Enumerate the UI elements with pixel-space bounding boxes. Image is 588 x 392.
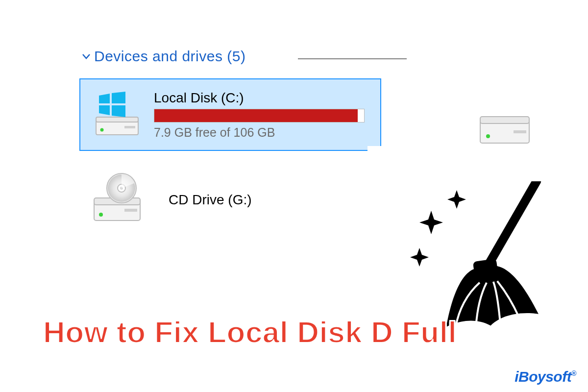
- section-header[interactable]: Devices and drives (5): [81, 48, 245, 65]
- svg-point-6: [486, 134, 490, 138]
- cd-drive-label: CD Drive (G:): [169, 192, 252, 208]
- article-headline: How to Fix Local Disk D Full: [43, 315, 457, 349]
- drive-icon-os: [80, 88, 154, 142]
- svg-rect-5: [480, 117, 529, 123]
- storage-usage-bar: [154, 109, 365, 122]
- svg-point-2: [100, 128, 104, 132]
- svg-rect-1: [96, 117, 138, 122]
- cd-drive-icon: [88, 172, 146, 227]
- drive-item-partial[interactable]: [475, 106, 534, 152]
- drive-item-cd-drive[interactable]: CD Drive (G:): [88, 172, 252, 227]
- svg-point-10: [99, 213, 103, 217]
- drive-item-local-disk-c[interactable]: Local Disk (C:) 7.9 GB free of 106 GB: [79, 78, 381, 151]
- svg-rect-11: [124, 209, 137, 212]
- svg-rect-7: [514, 130, 526, 133]
- decorative-patch: [368, 146, 385, 164]
- svg-rect-3: [124, 126, 135, 128]
- registered-icon: ®: [571, 369, 576, 377]
- brand-logo: iBoysoft®: [514, 368, 576, 385]
- section-divider: [298, 58, 407, 59]
- section-title: Devices and drives (5): [94, 48, 245, 65]
- brand-text: iBoysoft: [514, 368, 571, 385]
- drive-name: Local Disk (C:): [154, 90, 370, 106]
- storage-usage-fill: [154, 109, 358, 122]
- drive-free-space: 7.9 GB free of 106 GB: [154, 125, 370, 140]
- chevron-down-icon: [81, 51, 91, 61]
